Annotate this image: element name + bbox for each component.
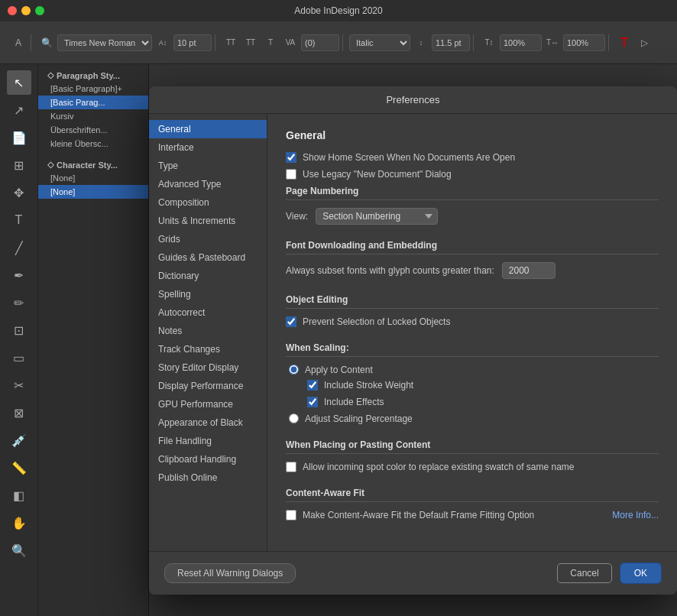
- hand-tool-icon[interactable]: ✋: [7, 511, 31, 535]
- pencil-tool-icon[interactable]: ✏: [7, 290, 31, 315]
- nav-advanced-type[interactable]: Advanced Type: [149, 175, 267, 193]
- line-tool-icon[interactable]: ╱: [7, 235, 31, 260]
- content-tool-icon[interactable]: ✥: [7, 180, 31, 205]
- when-scaling-section: When Scaling: Apply to Content Include S…: [286, 342, 659, 424]
- free-transform-icon[interactable]: ⊠: [7, 400, 31, 425]
- kerning-icon: TT: [241, 34, 260, 51]
- object-editing-title: Object Editing: [286, 294, 659, 309]
- uberschriften[interactable]: Überschriften...: [38, 123, 148, 137]
- nav-dictionary[interactable]: Dictionary: [149, 267, 267, 285]
- style-group: Italic ↕: [346, 34, 474, 51]
- include-stroke-checkbox[interactable]: [307, 380, 318, 391]
- content-aware-section: Content-Aware Fit Make Content-Aware Fit…: [286, 488, 659, 520]
- tools-panel: ↖ ↗ 📄 ⊞ ✥ T ╱ ✒ ✏ ⊡ ▭ ✂ ⊠ 💉 📏 ◧ ✋ 🔍: [0, 64, 38, 616]
- dialog-overlay: Preferences General Interface Type Advan…: [149, 64, 677, 616]
- apply-to-content-radio[interactable]: [289, 365, 299, 374]
- more-info-link[interactable]: More Info...: [612, 510, 659, 520]
- paragraph-styles-header[interactable]: ◇Paragraph Sty...: [38, 67, 148, 82]
- dialog-titlebar: Preferences: [149, 86, 677, 114]
- minimize-button[interactable]: [21, 6, 31, 15]
- zoom-tool-icon[interactable]: 🔍: [7, 538, 31, 563]
- type-tool-icon[interactable]: A: [9, 34, 28, 51]
- more-options-icon[interactable]: ▷: [635, 34, 653, 51]
- apply-to-content-label: Apply to Content: [305, 365, 373, 375]
- tt-icon: T: [261, 34, 280, 51]
- font-subset-row: Always subset fonts with glyph counts gr…: [286, 262, 659, 279]
- nav-spelling[interactable]: Spelling: [149, 285, 267, 303]
- apply-to-content-row: Apply to Content: [286, 365, 659, 375]
- gap-tool-icon[interactable]: ⊞: [7, 153, 31, 177]
- cancel-button[interactable]: Cancel: [557, 563, 611, 583]
- rect-tool-icon[interactable]: ▭: [7, 345, 31, 370]
- ok-button[interactable]: OK: [620, 563, 662, 584]
- char-none-selected[interactable]: [None]: [38, 185, 148, 199]
- include-effects-checkbox[interactable]: [307, 397, 318, 407]
- make-default-checkbox[interactable]: [286, 510, 296, 520]
- page-tool-icon[interactable]: 📄: [7, 125, 31, 150]
- prevent-selection-row: Prevent Selection of Locked Objects: [286, 316, 659, 327]
- allow-incoming-checkbox[interactable]: [286, 462, 296, 472]
- rect-frame-icon[interactable]: ⊡: [7, 318, 31, 342]
- close-button[interactable]: [8, 6, 17, 15]
- scale-v-input[interactable]: [500, 34, 542, 51]
- nav-track-changes[interactable]: Track Changes: [149, 340, 267, 358]
- search-font-icon[interactable]: 🔍: [37, 34, 56, 51]
- type-tool-group: A: [6, 34, 31, 51]
- preferences-content: General Show Home Screen When No Documen…: [267, 114, 677, 551]
- adjust-scaling-radio[interactable]: [289, 413, 299, 423]
- char-none[interactable]: [None]: [38, 171, 148, 185]
- nav-interface[interactable]: Interface: [149, 138, 267, 157]
- nav-story-editor[interactable]: Story Editor Display: [149, 358, 267, 377]
- basic-paragraph[interactable]: [Basic Parag...: [38, 96, 148, 109]
- style-selector[interactable]: Italic: [349, 34, 410, 51]
- kursiv[interactable]: Kursiv: [38, 109, 148, 123]
- nav-publish-online[interactable]: Publish Online: [149, 468, 267, 487]
- nav-general[interactable]: General: [149, 120, 267, 138]
- font-size-input[interactable]: [173, 34, 212, 51]
- measure-icon[interactable]: 📏: [7, 456, 31, 480]
- nav-gpu[interactable]: GPU Performance: [149, 395, 267, 413]
- make-default-row: Make Content-Aware Fit the Default Frame…: [286, 510, 534, 520]
- tracking-input[interactable]: [301, 34, 339, 51]
- nav-notes[interactable]: Notes: [149, 322, 267, 340]
- workspace: Preferences General Interface Type Advan…: [149, 64, 677, 616]
- nav-type[interactable]: Type: [149, 157, 267, 175]
- show-home-screen-checkbox[interactable]: [286, 152, 296, 163]
- color-swatch-icon[interactable]: T: [615, 34, 633, 51]
- maximize-button[interactable]: [35, 6, 44, 15]
- nav-guides[interactable]: Guides & Pasteboard: [149, 248, 267, 267]
- select-tool-icon[interactable]: ↖: [7, 70, 31, 95]
- preferences-dialog: Preferences General Interface Type Advan…: [149, 86, 677, 595]
- scissors-icon[interactable]: ✂: [7, 373, 31, 397]
- nav-display-perf[interactable]: Display Performance: [149, 377, 267, 395]
- content-aware-row: Make Content-Aware Fit the Default Frame…: [286, 510, 659, 520]
- footer-left: Reset All Warning Dialogs: [164, 563, 296, 583]
- nav-autocorrect[interactable]: Autocorrect: [149, 303, 267, 322]
- nav-composition[interactable]: Composition: [149, 193, 267, 212]
- nav-units[interactable]: Units & Increments: [149, 212, 267, 230]
- font-selector[interactable]: Times New Roman: [57, 34, 152, 51]
- nav-grids[interactable]: Grids: [149, 230, 267, 248]
- page-numbering-title: Page Numbering: [286, 186, 659, 200]
- include-effects-row: Include Effects: [307, 397, 659, 407]
- reset-warning-dialogs-button[interactable]: Reset All Warning Dialogs: [164, 563, 296, 583]
- leading-input[interactable]: [432, 34, 470, 51]
- gradient-icon[interactable]: ◧: [7, 483, 31, 507]
- direct-select-icon[interactable]: ↗: [7, 98, 31, 122]
- nav-clipboard[interactable]: Clipboard Handling: [149, 450, 267, 468]
- character-styles-header[interactable]: ◇Character Sty...: [38, 157, 148, 171]
- use-legacy-checkbox[interactable]: [286, 169, 296, 180]
- eyedropper-icon[interactable]: 💉: [7, 428, 31, 452]
- font-subset-input[interactable]: [502, 262, 556, 279]
- prevent-selection-checkbox[interactable]: [286, 316, 296, 327]
- font-downloading-section: Font Downloading and Embedding Always su…: [286, 240, 659, 279]
- kleine-ubersc[interactable]: kleine Übersc...: [38, 137, 148, 151]
- view-selector[interactable]: Section Numbering Absolute Numbering: [316, 208, 438, 225]
- nav-file-handling[interactable]: File Handling: [149, 432, 267, 450]
- pen-tool-icon[interactable]: ✒: [7, 263, 31, 287]
- basic-paragraph-plus[interactable]: [Basic Paragraph]+: [38, 82, 148, 96]
- scale-h-input[interactable]: [563, 34, 605, 51]
- nav-appearance[interactable]: Appearance of Black: [149, 413, 267, 432]
- type-tool-icon2[interactable]: T: [7, 208, 31, 232]
- dialog-title: Preferences: [386, 94, 439, 105]
